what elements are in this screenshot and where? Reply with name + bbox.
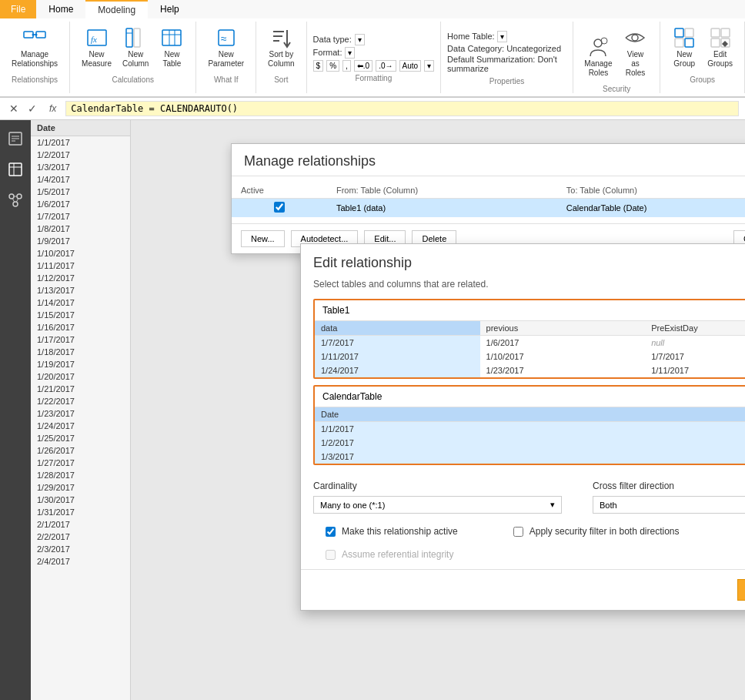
list-item[interactable]: 1/17/2017	[31, 333, 130, 346]
home-table-dropdown[interactable]: ▾	[497, 31, 507, 42]
list-item[interactable]: 1/31/2017	[31, 506, 130, 518]
sort-column-label: Sort byColumn	[268, 50, 294, 69]
svg-rect-26	[711, 28, 720, 37]
list-item[interactable]: 1/9/2017	[31, 235, 130, 247]
security-filter-row: Apply security filter in both directions	[501, 523, 692, 540]
svg-point-38	[17, 194, 22, 199]
list-item[interactable]: 2/3/2017	[31, 543, 130, 555]
new-button[interactable]: New...	[241, 230, 285, 247]
list-item[interactable]: 1/28/2017	[31, 469, 130, 481]
home-table-label: Home Table:	[447, 32, 495, 41]
table-row: 1/3/2017	[315, 450, 745, 464]
new-parameter-button[interactable]: ≈ NewParameter	[202, 22, 249, 72]
list-item[interactable]: 1/24/2017	[31, 420, 130, 432]
currency-button[interactable]: $	[313, 60, 324, 72]
date-cell: 1/2/2017	[315, 436, 745, 450]
table2-dropdown[interactable]: CalendarTable ▾	[315, 387, 745, 407]
list-item[interactable]: 1/25/2017	[31, 432, 130, 444]
svg-rect-22	[675, 28, 683, 37]
active-checkbox[interactable]	[274, 202, 285, 213]
make-active-checkbox[interactable]	[326, 527, 336, 537]
new-group-button[interactable]: NewGroup	[666, 22, 702, 72]
list-item[interactable]: 1/22/2017	[31, 395, 130, 407]
nav-data-icon[interactable]	[3, 157, 28, 182]
whatif-group-label: What If	[214, 75, 239, 84]
manage-relationships-title: Manage relationships	[244, 153, 376, 169]
decimal-decrease[interactable]: ⬅.0	[354, 60, 372, 72]
col-data-header[interactable]: data	[315, 321, 480, 336]
tab-home[interactable]: Home	[36, 0, 85, 18]
view-roles-button[interactable]: View asRoles	[617, 22, 653, 82]
edit-groups-label: EditGroups	[707, 50, 733, 69]
data-type-dropdown[interactable]: ▾	[355, 34, 365, 45]
list-item[interactable]: 1/14/2017	[31, 296, 130, 309]
new-table-button[interactable]: NewTable	[154, 22, 189, 72]
nav-report-icon[interactable]	[3, 126, 28, 151]
list-item[interactable]: 1/21/2017	[31, 383, 130, 395]
list-item[interactable]: 1/8/2017	[31, 223, 130, 235]
list-item[interactable]: 1/13/2017	[31, 284, 130, 296]
manage-relationships-button[interactable]: ManageRelationships	[6, 22, 63, 72]
list-item[interactable]: 1/15/2017	[31, 309, 130, 321]
decimal-increase[interactable]: .0→	[376, 60, 396, 72]
list-item[interactable]: 1/20/2017	[31, 370, 130, 383]
list-item[interactable]: 1/2/2017	[31, 149, 130, 161]
previous-cell: 1/23/2017	[480, 363, 646, 377]
list-item[interactable]: 1/26/2017	[31, 444, 130, 457]
formula-cancel-icon[interactable]: ✕	[6, 101, 22, 116]
formula-confirm-icon[interactable]: ✓	[25, 101, 40, 116]
list-item[interactable]: 1/29/2017	[31, 481, 130, 494]
list-item[interactable]: 1/23/2017	[31, 407, 130, 420]
tab-help[interactable]: Help	[148, 0, 192, 18]
auto-dropdown[interactable]: Auto	[399, 60, 422, 72]
list-item[interactable]: 1/5/2017	[31, 186, 130, 198]
auto-chevron[interactable]: ▾	[424, 60, 434, 72]
list-item[interactable]: 2/4/2017	[31, 555, 130, 568]
cross-filter-dropdown[interactable]: Both ▾	[593, 496, 745, 514]
format-dropdown[interactable]: ▾	[345, 47, 355, 59]
list-item[interactable]: 1/6/2017	[31, 198, 130, 210]
list-item[interactable]: 1/12/2017	[31, 272, 130, 284]
cardinality-dropdown[interactable]: Many to one (*:1) ▾	[313, 496, 562, 514]
list-item[interactable]: 1/1/2017	[31, 136, 130, 149]
list-item[interactable]: 1/30/2017	[31, 494, 130, 506]
new-measure-button[interactable]: fx NewMeasure	[76, 22, 117, 72]
new-column-button[interactable]: NewColumn	[117, 22, 154, 72]
cardinality-value: Many to one (*:1)	[320, 501, 550, 510]
list-item[interactable]: 1/4/2017	[31, 173, 130, 186]
list-item[interactable]: 1/7/2017	[31, 210, 130, 223]
preexist-cell: null	[645, 336, 745, 350]
table1-dropdown[interactable]: Table1 ▾	[315, 300, 745, 321]
ribbon-group-groups: NewGroup EditGroups Groups	[660, 22, 745, 93]
nav-model-icon[interactable]	[3, 188, 28, 213]
list-item[interactable]: 1/18/2017	[31, 346, 130, 358]
tab-file[interactable]: File	[0, 0, 36, 18]
list-item[interactable]: 1/27/2017	[31, 457, 130, 469]
list-item[interactable]: 1/11/2017	[31, 260, 130, 272]
comma-button[interactable]: ,	[342, 60, 351, 72]
new-measure-label: NewMeasure	[82, 50, 112, 69]
data-panel-header: Date	[31, 120, 130, 136]
col-previous-header[interactable]: previous	[480, 321, 646, 336]
edit-groups-button[interactable]: EditGroups	[702, 22, 738, 72]
new-table-label: NewTable	[162, 50, 181, 69]
list-item[interactable]: 1/16/2017	[31, 321, 130, 333]
col-preexist-header[interactable]: PreExistDay	[645, 321, 745, 336]
list-item[interactable]: 1/10/2017	[31, 247, 130, 260]
manage-roles-button[interactable]: ManageRoles	[580, 31, 617, 82]
list-item[interactable]: 2/2/2017	[31, 531, 130, 543]
data-cell: 1/11/2017	[315, 350, 480, 363]
col-date-header[interactable]: Date	[315, 407, 745, 422]
percent-button[interactable]: %	[326, 60, 339, 72]
list-item[interactable]: 2/1/2017	[31, 518, 130, 531]
security-filter-checkbox[interactable]	[513, 527, 523, 537]
edit-relationship-dialog: Edit relationship ✕ Select tables and co…	[300, 243, 745, 611]
ok-button[interactable]: OK	[737, 579, 745, 601]
sort-column-button[interactable]: Sort byColumn	[262, 22, 299, 72]
svg-rect-27	[721, 28, 730, 37]
list-item[interactable]: 1/19/2017	[31, 358, 130, 370]
list-item[interactable]: 1/3/2017	[31, 161, 130, 173]
tab-modeling[interactable]: Modeling	[85, 0, 148, 18]
table-row[interactable]: Table1 (data) CalendarTable (Date)	[232, 199, 745, 218]
formula-input[interactable]	[65, 101, 739, 116]
